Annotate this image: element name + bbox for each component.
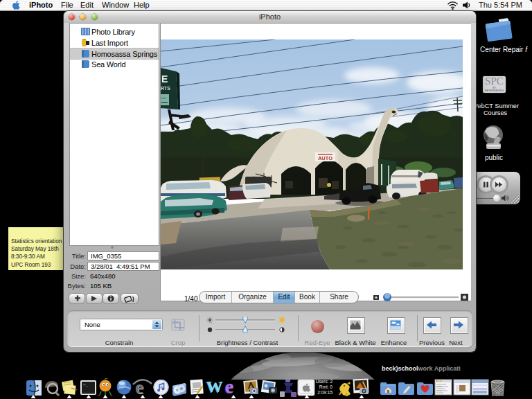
- svg-text:W: W: [206, 378, 223, 396]
- svg-text:e: e: [225, 378, 233, 397]
- svg-text:2:09:15: 2:09:15: [317, 390, 332, 395]
- svg-text:>_: >_: [83, 382, 89, 387]
- svg-text:AUTO: AUTO: [318, 155, 332, 161]
- svg-text:Rmt: 0: Rmt: 0: [319, 384, 333, 389]
- svg-text:RTS: RTS: [161, 86, 170, 91]
- svg-text:E: E: [161, 73, 168, 85]
- svg-text:Users: 2: Users: 2: [316, 379, 333, 384]
